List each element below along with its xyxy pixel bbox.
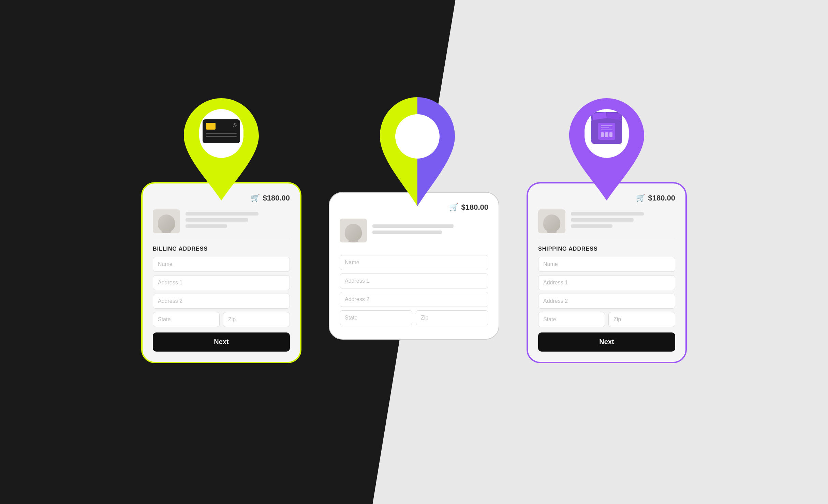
svg-point-3	[395, 114, 440, 159]
product-info-right	[571, 212, 675, 231]
location-card: 🛒 $180.00 Name Address 1 Address 2 State	[329, 192, 499, 340]
location-product-row	[340, 219, 488, 248]
location-name-field[interactable]: Name	[340, 255, 488, 270]
shipping-pin	[559, 95, 654, 204]
location-zip-field[interactable]: Zip	[416, 310, 488, 325]
product-info-center	[372, 224, 488, 237]
shipping-next-button[interactable]: Next	[538, 332, 675, 352]
billing-name-field[interactable]: Name	[153, 257, 290, 272]
credit-card-icon: ◎	[203, 119, 240, 143]
billing-zip-field[interactable]: Zip	[223, 312, 290, 327]
billing-next-button[interactable]: Next	[153, 332, 290, 352]
location-pin	[366, 94, 462, 203]
location-address2-field[interactable]: Address 2	[340, 292, 488, 307]
billing-address2-field[interactable]: Address 2	[153, 294, 290, 309]
shipping-card: 🛒 $180.00 SHIPPING ADDRESS Name Address …	[527, 182, 687, 363]
billing-pin: ◎	[174, 95, 269, 204]
shipping-name-field[interactable]: Name	[538, 257, 675, 272]
pin-inner: ◎	[199, 109, 243, 153]
billing-address1-field[interactable]: Address 1	[153, 275, 290, 290]
shipping-address-label: SHIPPING ADDRESS	[538, 246, 675, 252]
product-image-right	[538, 209, 565, 233]
shipping-state-field[interactable]: State	[538, 312, 605, 327]
shipping-product-row	[538, 209, 675, 239]
location-address1-field[interactable]: Address 1	[340, 273, 488, 288]
billing-product-row	[153, 209, 290, 239]
pin-inner-shipping	[585, 109, 629, 153]
location-state-field[interactable]: State	[340, 310, 412, 325]
box-icon	[591, 118, 622, 144]
shipping-address1-field[interactable]: Address 1	[538, 275, 675, 290]
product-image	[153, 209, 180, 233]
billing-state-field[interactable]: State	[153, 312, 220, 327]
billing-address-label: BILLING ADDRESS	[153, 246, 290, 252]
product-info	[186, 212, 290, 231]
shipping-zip-field[interactable]: Zip	[608, 312, 675, 327]
billing-card: ◎ 🛒 $180.00 BILLING ADDRESS Name	[141, 182, 301, 363]
shipping-address2-field[interactable]: Address 2	[538, 294, 675, 309]
product-image-center	[340, 219, 367, 242]
